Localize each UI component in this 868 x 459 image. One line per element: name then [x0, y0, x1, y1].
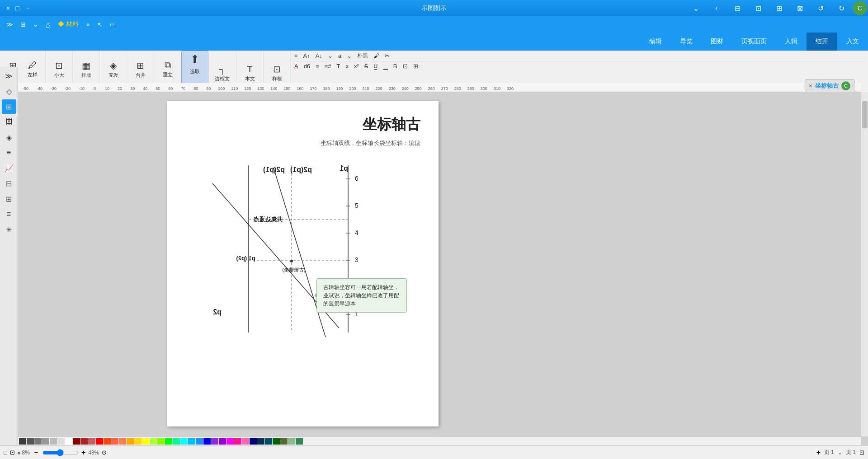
left-chart-btn[interactable]: 📈 [2, 161, 16, 175]
color-swatch[interactable] [111, 438, 118, 445]
color-swatch[interactable] [288, 438, 295, 445]
char-spacing-btn[interactable]: a‌ [336, 52, 343, 60]
ribbon-size-btn[interactable]: ⊡ 小大 [50, 58, 68, 80]
color-swatch[interactable] [165, 438, 172, 445]
color-swatch[interactable] [273, 438, 280, 445]
left-table-btn[interactable]: ⊟ [2, 176, 16, 191]
nav-back-icon[interactable]: ⌄ [685, 0, 706, 16]
color-swatch[interactable] [96, 438, 103, 445]
color-swatch[interactable] [142, 438, 149, 445]
color-swatch[interactable] [34, 438, 42, 445]
color-swatch[interactable] [234, 438, 241, 445]
color-swatch[interactable] [188, 438, 195, 445]
view-normal-btn[interactable]: □ [4, 449, 7, 456]
redo-icon[interactable]: ↻ [831, 0, 852, 16]
ribbon-style-btn[interactable]: 🖊 左样 [24, 58, 42, 80]
left-expand-btn[interactable]: ≫ [2, 69, 16, 83]
dropdown-btn[interactable]: ⌄ [30, 20, 41, 29]
toolbar-icon2[interactable]: ⊡ [748, 0, 769, 16]
ribbon-layer-btn[interactable]: ⧉ 重立 [159, 58, 177, 80]
ribbon-arrange-btn[interactable]: ▦ 排版 [77, 58, 95, 80]
color-swatch[interactable] [27, 438, 34, 445]
color-swatch[interactable] [150, 438, 157, 445]
bold-btn[interactable]: B [392, 62, 399, 70]
zoom-in-btn[interactable]: + [81, 449, 85, 457]
add-page-btn[interactable]: + [816, 449, 821, 457]
find-close-btn[interactable]: × [809, 82, 812, 89]
outline-btn[interactable]: ⊡ [401, 62, 410, 70]
color-swatch[interactable] [80, 438, 88, 445]
color-swatch[interactable] [119, 438, 126, 445]
subscript-btn[interactable]: x [344, 62, 351, 70]
color-swatch[interactable] [42, 438, 49, 445]
color-swatch[interactable] [127, 438, 134, 445]
left-star-btn[interactable]: ✳ [2, 222, 16, 237]
border-bottom-btn[interactable]: ▁ [382, 62, 390, 70]
restore-icon[interactable]: □ [14, 4, 21, 13]
ribbon-frame-btn[interactable]: ⊡ 样框 [268, 62, 286, 84]
left-layers-btn[interactable]: ◈ [2, 130, 16, 145]
color-swatch[interactable] [134, 438, 142, 445]
color-swatch[interactable] [250, 438, 257, 445]
minimize-icon[interactable]: － [23, 3, 33, 13]
color-swatch[interactable] [50, 438, 57, 445]
left-image-btn[interactable]: 🖼 [2, 115, 16, 129]
menu-edit[interactable]: 编辑 [640, 33, 671, 51]
toolbar-icon3[interactable]: ⊞ [769, 0, 789, 16]
color-swatch[interactable] [104, 438, 111, 445]
menu-open[interactable]: 结开 [807, 33, 837, 51]
menu-chart[interactable]: 图财 [702, 33, 732, 51]
zoom-slider[interactable] [42, 449, 79, 456]
ribbon-fill-btn[interactable]: ◈ 充发 [104, 58, 123, 80]
color-swatch[interactable] [88, 438, 95, 445]
font-color-btn[interactable]: A [292, 62, 300, 70]
color-swatch[interactable] [257, 438, 264, 445]
color-swatch[interactable] [242, 438, 249, 445]
left-menu2-btn[interactable]: ≡ [2, 207, 16, 221]
font-size-down-btn[interactable]: A↓ [314, 52, 324, 60]
left-block-btn[interactable]: ⊞ [2, 192, 16, 206]
font-dropdown-btn[interactable]: ⌄ [326, 52, 335, 60]
color-swatch[interactable] [296, 438, 303, 445]
menu-nav[interactable]: 导览 [671, 33, 702, 51]
color-swatch[interactable] [226, 438, 234, 445]
strikeout-btn[interactable]: S̶ [363, 62, 370, 70]
shadow-btn[interactable]: ⊞ [411, 62, 420, 70]
select-btn[interactable]: ↖ [94, 20, 105, 29]
text-btn[interactable]: ▭ [107, 20, 118, 29]
grid-btn[interactable]: ⊞ [18, 20, 28, 29]
color-swatch[interactable] [57, 438, 65, 445]
menu-person[interactable]: 人辑 [776, 33, 807, 51]
toolbar-icon1[interactable]: ⊟ [727, 0, 748, 16]
color-swatch[interactable] [265, 438, 272, 445]
view-fit-btn[interactable]: ⊡ [10, 449, 15, 456]
font-size-up-btn[interactable]: A↑ [302, 52, 312, 60]
list-num-btn[interactable]: ≡# [323, 62, 333, 70]
close-icon[interactable]: × [5, 4, 12, 13]
toolbar-icon4[interactable]: ⊠ [789, 0, 810, 16]
color-swatch[interactable] [219, 438, 226, 445]
color-swatch[interactable] [19, 438, 26, 445]
superscript-label[interactable]: T [335, 62, 342, 70]
left-list-btn[interactable]: ≡ [2, 145, 16, 160]
shape-btn[interactable]: △ [43, 20, 53, 29]
connect-btn[interactable]: ⟡ [83, 20, 93, 29]
color-swatch[interactable] [211, 438, 218, 445]
color-swatch[interactable] [73, 438, 80, 445]
zoom-out-btn[interactable]: － [33, 448, 40, 457]
browser-icon[interactable]: C [853, 1, 867, 15]
color-swatch[interactable] [173, 438, 180, 445]
color-swatch[interactable] [196, 438, 203, 445]
menu-input[interactable]: 入文 [837, 33, 868, 51]
fit-page-btn[interactable]: ⊙ [102, 449, 107, 456]
expand-btn[interactable]: ≫ [4, 20, 16, 29]
ribbon-merge-btn[interactable]: ⊞ 合并 [132, 58, 150, 80]
copy-format-btn[interactable]: 🖌 [372, 52, 381, 60]
undo-icon[interactable]: ↺ [810, 0, 831, 16]
align-right-btn[interactable]: ≡ [292, 52, 300, 60]
left-pointer-btn[interactable]: ◇ [2, 84, 16, 98]
clear-format-btn[interactable]: ✂ [383, 52, 392, 60]
diamond-btn[interactable]: ◆ 材料 [55, 19, 81, 29]
color-swatch[interactable] [203, 438, 211, 445]
superscript-btn[interactable]: x² [352, 62, 361, 70]
